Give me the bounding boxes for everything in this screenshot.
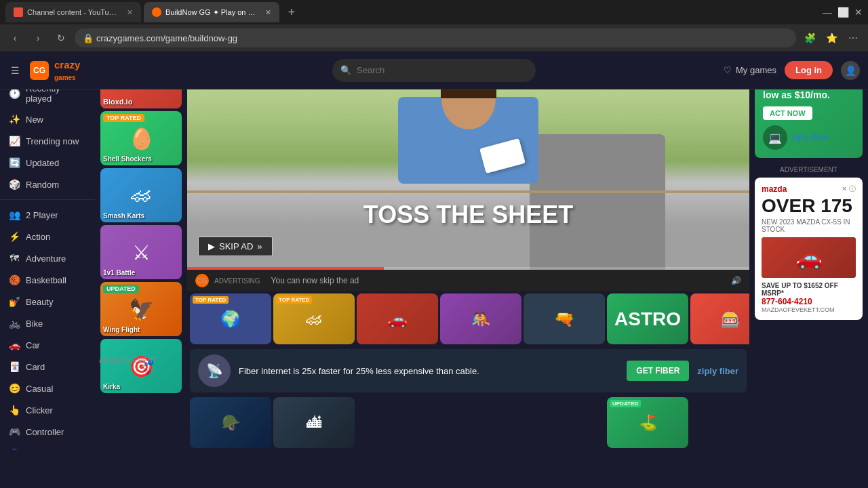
- search-input[interactable]: [357, 65, 528, 75]
- ad-description-bottom: Fiber internet is 25x faster for 25% les…: [239, 366, 479, 376]
- tab-crazygames[interactable]: BuildNow GG ✦ Play on Cr... ✕: [144, 2, 279, 22]
- profile-icon[interactable]: 👤: [841, 61, 860, 80]
- forward-button[interactable]: ›: [28, 28, 47, 47]
- sidebar-item-clicker[interactable]: 👆 Clicker: [0, 399, 95, 421]
- act-now-button[interactable]: ACT NOW: [763, 106, 812, 120]
- tab-crazygames-label: BuildNow GG ✦ Play on Cr...: [165, 8, 258, 17]
- sidebar-item-casual-label: Casual: [26, 384, 53, 394]
- 1v1battle-art: ⚔: [100, 225, 182, 279]
- bike-icon: 🚲: [8, 317, 20, 329]
- sidebar-item-beauty[interactable]: 💅 Beauty: [0, 291, 95, 312]
- sidebar-item-random[interactable]: 🎲 Random: [0, 174, 95, 195]
- crazydrift-art: 🏎: [273, 293, 355, 344]
- kirka-art: 🎯: [100, 339, 182, 393]
- mazda-subtext: NEW 2023 MAZDA CX-5S IN STOCK: [762, 218, 856, 233]
- new-tab-button[interactable]: +: [282, 3, 301, 22]
- smashkarts-art: 🏎: [100, 168, 182, 222]
- car-icon: 🚗: [8, 339, 20, 351]
- sidebar: 🏠 Home 🕐 Recently played ✨ New 📈 Trendin…: [0, 52, 95, 450]
- minimize-button[interactable]: —: [823, 7, 832, 18]
- back-button[interactable]: ‹: [5, 28, 24, 47]
- spacer: [440, 397, 521, 448]
- mazda-headline: OVER 175: [762, 197, 856, 216]
- game-thumb-highwayracer[interactable]: 🚗: [357, 293, 438, 344]
- skip-icon: ▶: [208, 241, 215, 251]
- heart-icon: ♡: [724, 65, 732, 75]
- game-thumb-fortnite[interactable]: 🔫: [524, 293, 605, 344]
- dressup-icon: 👗: [8, 447, 20, 450]
- game-card-shellshockers[interactable]: TOP RATED Shell Shockers 🥚: [100, 111, 182, 165]
- tab-youtube[interactable]: Channel content - YouTube Stu... ✕: [5, 2, 141, 22]
- more-button[interactable]: ⋯: [844, 28, 863, 47]
- game-card-1v1battle[interactable]: 1v1 Battle ⚔: [100, 225, 182, 279]
- game-thumb-wrestlebros[interactable]: 🤼: [440, 293, 521, 344]
- right-ads-panel: ADVERTISEMENT Get fiber internet as low …: [749, 52, 868, 450]
- skip-ad-label: SKIP AD: [219, 241, 253, 251]
- game-thumb-downtown[interactable]: 🏙: [273, 397, 355, 448]
- video-progress: [187, 267, 749, 270]
- sidebar-item-basketball[interactable]: 🏀 Basketball: [0, 269, 95, 291]
- crazygames-favicon: [152, 7, 161, 17]
- sidebar-item-bike[interactable]: 🚲 Bike: [0, 312, 95, 334]
- sidebar-item-trending[interactable]: 📈 Trending now: [0, 130, 95, 152]
- video-main-text: TOSS THE SHEET: [363, 201, 573, 229]
- login-button[interactable]: Log in: [785, 61, 833, 79]
- downtown-art: 🏙: [273, 397, 355, 448]
- video-progress-fill: [187, 267, 384, 270]
- tab-crazygames-close[interactable]: ✕: [265, 8, 271, 17]
- game-thumb-crazydrift[interactable]: TOP RATED 🏎: [273, 293, 355, 344]
- game-thumb-forwardassault[interactable]: 🪖: [190, 397, 271, 448]
- game-thumb-minigolf[interactable]: UPDATED ⛳: [607, 397, 688, 448]
- search-bar[interactable]: 🔍: [332, 59, 536, 82]
- ad-placeholder: [357, 397, 438, 448]
- game-row-1: TOP RATED 🌍 TOP RATED 🏎 🚗 🤼 🔫: [187, 291, 749, 346]
- card-icon: 🃏: [8, 361, 20, 373]
- sidebar-item-action[interactable]: ⚡ Action: [0, 226, 95, 247]
- sidebar-item-controller[interactable]: 🎮 Controller: [0, 421, 95, 443]
- bookmark-button[interactable]: ⭐: [822, 28, 841, 47]
- maximize-button[interactable]: ⬜: [837, 7, 849, 18]
- sidebar-item-adventure[interactable]: 🗺 Adventure: [0, 247, 95, 269]
- controller-icon: 🎮: [8, 426, 20, 438]
- sidebar-item-casual[interactable]: 😊 Casual: [0, 378, 95, 399]
- car-emoji: 🚗: [795, 245, 823, 270]
- mazda-phone: 877-604-4210: [762, 297, 856, 306]
- sidebar-item-trending-label: Trending now: [26, 136, 79, 146]
- mazda-car-image: 🚗: [762, 237, 856, 278]
- casual-icon: 😊: [8, 382, 20, 394]
- url-bar[interactable]: 🔒 crazygames.com/game/buildnow-gg: [75, 28, 796, 47]
- sidebar-item-new[interactable]: ✨ New: [0, 108, 95, 130]
- game-card-kirka[interactable]: Kirka 🎯: [100, 339, 182, 393]
- my-games-button[interactable]: ♡ My games: [724, 65, 776, 75]
- game-thumb-nations[interactable]: TOP RATED 🌍: [190, 293, 271, 344]
- refresh-button[interactable]: ↻: [52, 28, 71, 47]
- 2player-icon: 👥: [8, 209, 20, 221]
- basketball-icon: 🏀: [8, 274, 20, 286]
- sidebar-item-card[interactable]: 🃏 Card: [0, 356, 95, 378]
- sidebar-item-dressup[interactable]: 👗 Dress Up: [0, 443, 95, 450]
- get-fiber-button[interactable]: GET FIBER: [627, 361, 689, 381]
- sidebar-item-updated[interactable]: 🔄 Updated: [0, 152, 95, 174]
- mazda-save-text: SAVE UP TO $1652 OFF MSRP*: [762, 282, 856, 297]
- ziply-icon: 💻: [763, 125, 787, 150]
- tab-youtube-close[interactable]: ✕: [127, 8, 133, 17]
- mute-button[interactable]: 🔊: [731, 276, 741, 285]
- game-thumb-astrodude[interactable]: ASTRO: [607, 293, 688, 344]
- sidebar-item-car[interactable]: 🚗 Car: [0, 334, 95, 356]
- ad-notice-text: You can now skip the ad: [271, 276, 359, 285]
- extensions-button[interactable]: 🧩: [800, 28, 819, 47]
- my-games-label: My games: [736, 65, 776, 75]
- game-card-wingflight[interactable]: UPDATED Wing Flight 🦅: [100, 282, 182, 336]
- trending-icon: 📈: [8, 135, 20, 147]
- game-card-smashkarts[interactable]: Smash Karts 🏎: [100, 168, 182, 222]
- skip-arrow-icon: »: [257, 241, 262, 251]
- ad-close-icon[interactable]: ✕ ⓘ: [842, 184, 856, 194]
- skip-ad-button[interactable]: ▶ SKIP AD »: [198, 237, 273, 256]
- close-browser-button[interactable]: ✕: [854, 7, 863, 18]
- menu-icon[interactable]: ☰: [5, 61, 24, 80]
- nav-bar: ‹ › ↻ 🔒 crazygames.com/game/buildnow-gg …: [0, 24, 868, 52]
- game-thumb-slots[interactable]: 🎰: [690, 293, 749, 344]
- ad-card-mazda[interactable]: mazda ✕ ⓘ OVER 175 NEW 2023 MAZDA CX-5S …: [755, 178, 863, 320]
- sidebar-item-2player[interactable]: 👥 2 Player: [0, 204, 95, 226]
- beauty-icon: 💅: [8, 296, 20, 308]
